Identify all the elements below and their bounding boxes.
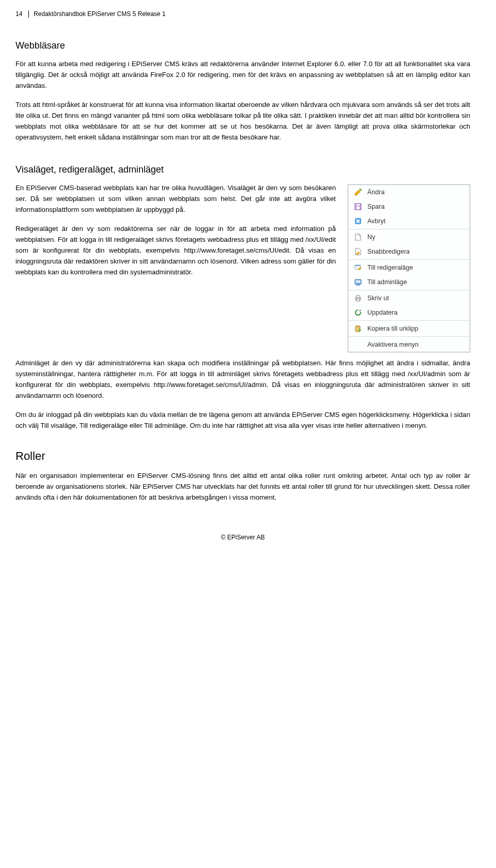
svg-rect-14 (357, 326, 359, 327)
svg-rect-11 (357, 296, 360, 298)
menu-label: Spara (367, 203, 466, 210)
svg-rect-1 (357, 207, 360, 209)
page-number: 14 (16, 10, 22, 18)
doc-title: Redaktörshandbok EPiServer CMS 5 Release… (34, 10, 165, 18)
menu-label: Skriv ut (367, 295, 466, 302)
section-roller-p1: När en organisation implementerar en EPi… (16, 470, 470, 503)
menu-separator (348, 290, 470, 290)
quick-edit-icon (353, 247, 363, 256)
menu-item-snabbredigera[interactable]: Snabbredigera (348, 244, 470, 259)
copy-clipboard-icon (353, 324, 363, 333)
menu-label: Snabbredigera (367, 248, 466, 255)
menu-separator (348, 320, 470, 321)
section-visalaget-p1: En EPiServer CMS-baserad webbplats kan h… (16, 182, 336, 215)
refresh-icon (353, 308, 363, 317)
menu-label: Till adminläge (367, 278, 466, 286)
section-webblasare-title: Webbläsare (16, 40, 470, 51)
menu-label: Ny (367, 234, 466, 241)
header-divider (28, 10, 29, 18)
svg-rect-2 (357, 204, 360, 206)
menu-label: Avbryt (367, 218, 466, 225)
to-edit-mode-icon (353, 264, 363, 272)
save-icon (353, 203, 363, 211)
menu-label: Avaktivera menyn (367, 341, 466, 348)
menu-item-uppdatera[interactable]: Uppdatera (348, 305, 470, 320)
blank-icon (353, 340, 363, 349)
menu-separator (348, 259, 470, 260)
section-webblasare-p1: För att kunna arbeta med redigering i EP… (16, 58, 470, 91)
menu-label: Till redigeraläge (367, 264, 466, 271)
section-visalaget-title: Visaläget, redigeraläget, adminläget (16, 164, 470, 175)
new-page-icon (353, 233, 363, 241)
menu-item-spara[interactable]: Spara (348, 199, 470, 214)
page-header: 14 Redaktörshandbok EPiServer CMS 5 Rele… (16, 10, 470, 19)
menu-label: Ändra (367, 189, 466, 196)
print-icon (353, 294, 363, 302)
menu-item-avaktivera-menyn[interactable]: Avaktivera menyn (348, 337, 470, 352)
to-admin-mode-icon (353, 278, 363, 286)
svg-rect-7 (355, 280, 361, 283)
section-webblasare-p2: Trots att html-språket är konstruerat fö… (16, 99, 470, 143)
svg-rect-8 (357, 284, 359, 285)
menu-item-skriv-ut[interactable]: Skriv ut (348, 291, 470, 305)
section-visalaget-p2: Redigeraläget är den vy som redaktörerna… (16, 223, 336, 277)
svg-rect-9 (356, 285, 360, 286)
menu-label: Kopiera till urklipp (367, 325, 466, 332)
section-visalaget-p3: Adminläget är den vy där administratörer… (16, 358, 470, 401)
menu-separator (348, 229, 470, 229)
menu-item-till-adminlage[interactable]: Till adminläge (348, 275, 470, 289)
section-visalaget-p4: Om du är inloggad på din webbplats kan d… (16, 409, 470, 431)
menu-item-andra[interactable]: Ändra (348, 185, 470, 199)
svg-rect-12 (357, 299, 360, 301)
menu-separator (348, 336, 470, 337)
menu-item-kopiera-urklipp[interactable]: Kopiera till urklipp (348, 321, 470, 336)
pencil-icon (353, 188, 363, 196)
context-menu[interactable]: Ändra Spara Avbryt Ny (348, 184, 470, 352)
menu-item-till-redigeralage[interactable]: Till redigeraläge (348, 260, 470, 275)
cancel-icon (353, 217, 363, 225)
menu-label: Uppdatera (367, 309, 466, 316)
footer-copyright: © EPiServer AB (16, 534, 470, 541)
menu-item-ny[interactable]: Ny (348, 230, 470, 244)
menu-item-avbryt[interactable]: Avbryt (348, 214, 470, 228)
section-roller-title: Roller (16, 450, 470, 463)
svg-rect-5 (355, 265, 361, 266)
